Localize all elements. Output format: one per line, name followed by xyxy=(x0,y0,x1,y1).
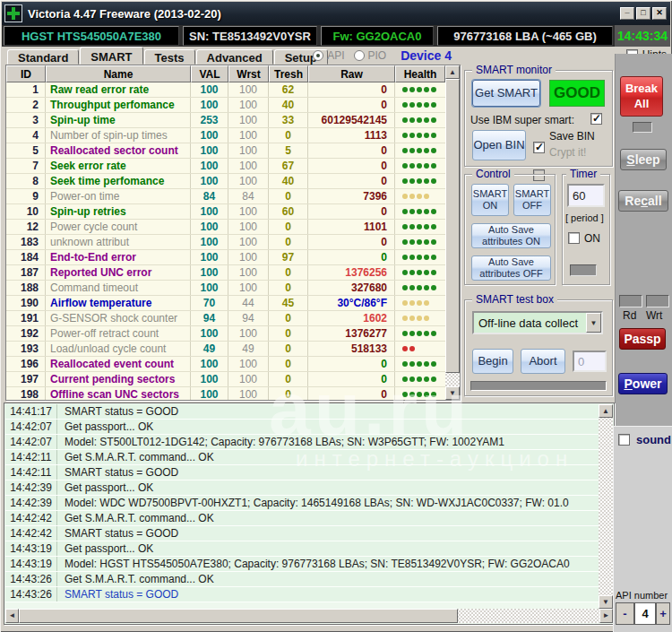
tab-standard[interactable]: Standard xyxy=(7,49,79,65)
cell-raw: 0 xyxy=(308,82,395,97)
table-scrollbar[interactable] xyxy=(445,65,460,400)
table-row[interactable]: 193Load/unload cycle count49490518133 xyxy=(6,342,460,357)
dropdown-arrow-icon[interactable] xyxy=(586,313,601,333)
table-row[interactable]: 12Power cycle count10010001101 xyxy=(6,220,460,235)
table-row[interactable]: 10Spin-up retries100100600 xyxy=(6,204,460,220)
table-row[interactable]: 187Reported UNC error10010001376256 xyxy=(6,265,460,281)
log-row[interactable]: 14:43:19Model: HGST HTS545050A7E380; Cap… xyxy=(5,557,599,572)
health-dot-icon xyxy=(417,239,422,245)
test-select[interactable]: Off-line data collect xyxy=(472,311,603,334)
table-row[interactable]: 197Current pending sectors10010000 xyxy=(6,372,460,387)
log-scroll-left-icon[interactable] xyxy=(5,609,19,623)
log-scroll-right-icon[interactable] xyxy=(599,609,613,623)
timer-input[interactable]: 60 xyxy=(567,184,605,207)
table-row[interactable]: 183unknown attribut10010000 xyxy=(6,235,460,250)
autosave-on-button[interactable]: Auto Save attributes ON xyxy=(471,223,551,248)
log-row[interactable]: 14:42:11SMART status = GOOD xyxy=(5,465,599,480)
log-row[interactable]: 14:42:42Get S.M.A.R.T. command... OK xyxy=(5,511,599,526)
health-dot-icon xyxy=(402,377,408,382)
break-all-button[interactable]: Break All xyxy=(620,76,663,117)
scroll-down-icon[interactable] xyxy=(445,386,460,400)
log-row[interactable]: 14:43:19Get passport... OK xyxy=(5,541,599,557)
smart-on-button[interactable]: SMART ON xyxy=(471,184,509,216)
table-row[interactable]: 191G-SENSOR shock counter949401602 xyxy=(6,311,460,326)
log-hscroll-thumb[interactable] xyxy=(19,609,458,623)
sound-checkbox[interactable] xyxy=(618,434,630,446)
recall-button[interactable]: Recall xyxy=(618,190,668,212)
table-row[interactable]: 192Power-off retract count10010001376277 xyxy=(6,326,460,342)
save-bin-checkbox[interactable] xyxy=(533,142,545,153)
tab-tests[interactable]: Tests xyxy=(144,49,195,65)
passp-button[interactable]: Passp xyxy=(619,328,666,350)
table-row[interactable]: 8Seek time perfomance100100400 xyxy=(6,174,460,189)
open-bin-button[interactable]: Open BIN xyxy=(472,130,526,160)
table-row[interactable]: 3Spin-up time2531003360129542145 xyxy=(6,113,460,128)
minimize-button[interactable] xyxy=(620,7,634,20)
log-hscrollbar[interactable] xyxy=(5,609,613,623)
log-row[interactable]: 14:41:17SMART status = GOOD xyxy=(5,404,599,420)
log-row[interactable]: 14:42:07Model: ST500LT012-1DG142; Capaci… xyxy=(5,435,599,450)
api-minus-button[interactable]: - xyxy=(616,602,634,625)
scroll-up-icon[interactable] xyxy=(445,65,460,79)
timer-on-checkbox[interactable] xyxy=(568,232,580,244)
table-row[interactable]: 190Airflow temperature70444530°C/86°F xyxy=(6,296,460,311)
sleep-button[interactable]: Sleep xyxy=(620,149,667,170)
api-plus-button[interactable]: + xyxy=(656,602,670,625)
column-header-name[interactable]: Name xyxy=(46,65,191,82)
table-row[interactable]: 2Throughput perfomance100100400 xyxy=(6,98,460,113)
abort-button[interactable]: Abort xyxy=(521,349,565,374)
pio-radio[interactable] xyxy=(354,50,365,61)
table-row[interactable]: 184End-to-End error100100970 xyxy=(6,250,460,265)
cell-name: Load/unload cycle count xyxy=(46,342,191,356)
log-timestamp: 14:42:42 xyxy=(5,511,57,525)
log-scroll-down-icon[interactable] xyxy=(599,595,613,609)
health-dot-icon xyxy=(424,163,429,169)
table-row[interactable]: 188Command timeout1001000327680 xyxy=(6,281,460,296)
log-row[interactable]: 14:43:26Get S.M.A.R.T. command... OK xyxy=(5,572,599,587)
table-row[interactable]: 9Power-on time848407396 xyxy=(6,189,460,204)
cell-val: 100 xyxy=(191,357,228,371)
maximize-button[interactable] xyxy=(636,7,650,20)
cell-val: 100 xyxy=(191,235,228,249)
tab-smart[interactable]: SMART xyxy=(80,47,142,65)
cell-raw: 0 xyxy=(308,357,395,371)
column-header-id[interactable]: ID xyxy=(6,65,46,82)
cell-wrst: 100 xyxy=(228,113,269,127)
table-row[interactable]: 5Reallocated sector count10010050 xyxy=(6,143,460,159)
health-dot-icon xyxy=(402,163,408,169)
begin-button[interactable]: Begin xyxy=(472,349,513,374)
column-header-raw[interactable]: Raw xyxy=(308,65,395,82)
tab-advanced[interactable]: Advanced xyxy=(196,49,273,65)
log-message: Get S.M.A.R.T. command... OK xyxy=(57,450,599,464)
health-dot-icon xyxy=(402,300,408,306)
api-radio[interactable] xyxy=(313,50,323,61)
log-row[interactable]: 14:42:11Get S.M.A.R.T. command... OK xyxy=(5,450,599,465)
power-button[interactable]: Power xyxy=(618,373,668,394)
column-header-val[interactable]: VAL xyxy=(191,65,228,82)
table-row[interactable]: 4Number of spin-up times10010001113 xyxy=(6,128,460,143)
drive-serial: SN: TE8513492V0YSR xyxy=(183,26,317,46)
ibm-smart-checkbox[interactable] xyxy=(590,113,602,125)
log-scroll-up-icon[interactable] xyxy=(599,404,613,418)
table-row[interactable]: 196Reallocated event count10010000 xyxy=(6,357,460,372)
get-smart-button[interactable]: Get SMART xyxy=(472,80,540,107)
autosave-off-button[interactable]: Auto Save attributes OFF xyxy=(471,255,551,281)
log-vscrollbar[interactable] xyxy=(599,404,613,609)
table-scroll-thumb[interactable] xyxy=(445,79,460,373)
health-dot-icon xyxy=(409,346,415,351)
log-row[interactable]: 14:42:39Get passport... OK xyxy=(5,480,599,496)
log-row[interactable]: 14:42:07Get passport... OK xyxy=(5,420,599,435)
log-row[interactable]: 14:42:39Model: WDC WD7500BPVT-00HXZT1; C… xyxy=(5,496,599,511)
table-row[interactable]: 1Raw read error rate100100620 xyxy=(6,82,460,98)
table-row[interactable]: 7Seek error rate100100670 xyxy=(6,159,460,174)
column-header-wrst[interactable]: Wrst xyxy=(228,65,269,82)
column-header-tresh[interactable]: Tresh xyxy=(269,65,308,82)
close-button[interactable] xyxy=(652,7,667,20)
cell-val: 100 xyxy=(191,326,228,341)
column-header-health[interactable]: Health xyxy=(395,65,445,82)
log-row[interactable]: 14:43:26SMART status = GOOD xyxy=(5,587,599,602)
smart-off-button[interactable]: SMART OFF xyxy=(513,184,551,216)
log-row[interactable]: 14:42:42SMART status = GOOD xyxy=(5,526,599,541)
test-count-field[interactable]: 0 xyxy=(573,351,607,372)
table-row[interactable]: 198Offline scan UNC sectors10010000 xyxy=(6,387,460,400)
